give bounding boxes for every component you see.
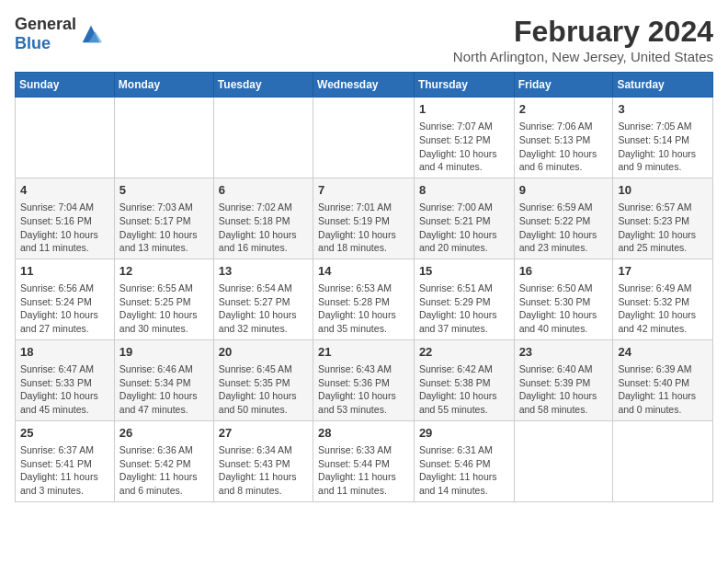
calendar-cell: 1Sunrise: 7:07 AM Sunset: 5:12 PM Daylig… xyxy=(414,98,514,178)
day-content: Sunrise: 6:31 AM Sunset: 5:46 PM Dayligh… xyxy=(419,443,509,498)
day-number: 3 xyxy=(618,101,708,118)
day-number: 21 xyxy=(318,344,409,361)
day-content: Sunrise: 7:01 AM Sunset: 5:19 PM Dayligh… xyxy=(318,201,409,255)
day-number: 24 xyxy=(618,344,708,361)
day-content: Sunrise: 6:56 AM Sunset: 5:24 PM Dayligh… xyxy=(20,282,109,336)
day-number: 29 xyxy=(419,425,509,442)
day-content: Sunrise: 7:02 AM Sunset: 5:18 PM Dayligh… xyxy=(219,201,308,255)
day-content: Sunrise: 7:03 AM Sunset: 5:17 PM Dayligh… xyxy=(119,201,209,255)
weekday-header-tuesday: Tuesday xyxy=(213,73,313,98)
day-number: 18 xyxy=(20,344,109,361)
calendar-cell: 3Sunrise: 7:05 AM Sunset: 5:14 PM Daylig… xyxy=(613,98,713,178)
week-row-4: 18Sunrise: 6:47 AM Sunset: 5:33 PM Dayli… xyxy=(16,339,713,420)
day-content: Sunrise: 7:05 AM Sunset: 5:14 PM Dayligh… xyxy=(618,120,708,174)
day-number: 5 xyxy=(119,182,209,199)
logo-icon xyxy=(78,21,104,47)
day-content: Sunrise: 6:43 AM Sunset: 5:36 PM Dayligh… xyxy=(318,362,409,417)
title-area: February 2024 North Arlington, New Jerse… xyxy=(453,15,713,64)
calendar-cell: 12Sunrise: 6:55 AM Sunset: 5:25 PM Dayli… xyxy=(114,259,213,339)
weekday-header-row: SundayMondayTuesdayWednesdayThursdayFrid… xyxy=(16,73,713,98)
day-content: Sunrise: 7:06 AM Sunset: 5:13 PM Dayligh… xyxy=(519,120,609,174)
week-row-3: 11Sunrise: 6:56 AM Sunset: 5:24 PM Dayli… xyxy=(16,259,713,339)
weekday-header-sunday: Sunday xyxy=(16,73,115,98)
day-number: 12 xyxy=(119,263,209,280)
weekday-header-monday: Monday xyxy=(114,73,213,98)
day-content: Sunrise: 7:00 AM Sunset: 5:21 PM Dayligh… xyxy=(419,201,509,255)
weekday-header-wednesday: Wednesday xyxy=(313,73,415,98)
calendar-subtitle: North Arlington, New Jersey, United Stat… xyxy=(453,49,713,64)
day-number: 28 xyxy=(318,425,409,442)
logo-general: General xyxy=(15,15,76,33)
day-number: 23 xyxy=(519,344,609,361)
day-content: Sunrise: 7:07 AM Sunset: 5:12 PM Dayligh… xyxy=(419,120,509,174)
day-content: Sunrise: 6:42 AM Sunset: 5:38 PM Dayligh… xyxy=(419,362,509,417)
week-row-1: 1Sunrise: 7:07 AM Sunset: 5:12 PM Daylig… xyxy=(16,98,713,178)
calendar-cell: 4Sunrise: 7:04 AM Sunset: 5:16 PM Daylig… xyxy=(16,178,115,259)
weekday-header-thursday: Thursday xyxy=(414,73,514,98)
day-number: 10 xyxy=(618,182,708,199)
day-content: Sunrise: 6:50 AM Sunset: 5:30 PM Dayligh… xyxy=(519,282,609,336)
day-content: Sunrise: 6:45 AM Sunset: 5:35 PM Dayligh… xyxy=(219,362,308,417)
day-content: Sunrise: 6:37 AM Sunset: 5:41 PM Dayligh… xyxy=(20,443,109,498)
calendar-cell xyxy=(613,420,713,501)
day-content: Sunrise: 6:36 AM Sunset: 5:42 PM Dayligh… xyxy=(119,443,209,498)
day-content: Sunrise: 6:51 AM Sunset: 5:29 PM Dayligh… xyxy=(419,282,509,336)
day-content: Sunrise: 6:47 AM Sunset: 5:33 PM Dayligh… xyxy=(20,362,109,417)
day-content: Sunrise: 6:54 AM Sunset: 5:27 PM Dayligh… xyxy=(219,282,308,336)
calendar-cell: 2Sunrise: 7:06 AM Sunset: 5:13 PM Daylig… xyxy=(514,98,613,178)
calendar-cell xyxy=(16,98,115,178)
day-number: 9 xyxy=(519,182,609,199)
day-content: Sunrise: 6:55 AM Sunset: 5:25 PM Dayligh… xyxy=(119,282,209,336)
week-row-2: 4Sunrise: 7:04 AM Sunset: 5:16 PM Daylig… xyxy=(16,178,713,259)
header: General Blue February 2024 North Arlingt… xyxy=(15,15,713,64)
calendar-cell: 23Sunrise: 6:40 AM Sunset: 5:39 PM Dayli… xyxy=(514,339,613,420)
calendar-cell: 17Sunrise: 6:49 AM Sunset: 5:32 PM Dayli… xyxy=(613,259,713,339)
calendar-cell: 8Sunrise: 7:00 AM Sunset: 5:21 PM Daylig… xyxy=(414,178,514,259)
day-number: 27 xyxy=(219,425,308,442)
day-number: 7 xyxy=(318,182,409,199)
logo-blue: Blue xyxy=(15,34,51,52)
calendar-cell: 26Sunrise: 6:36 AM Sunset: 5:42 PM Dayli… xyxy=(114,420,213,501)
day-number: 22 xyxy=(419,344,509,361)
calendar-cell: 28Sunrise: 6:33 AM Sunset: 5:44 PM Dayli… xyxy=(313,420,415,501)
day-content: Sunrise: 6:40 AM Sunset: 5:39 PM Dayligh… xyxy=(519,362,609,417)
day-number: 26 xyxy=(119,425,209,442)
logo: General Blue xyxy=(15,15,104,53)
day-number: 19 xyxy=(119,344,209,361)
calendar-cell: 6Sunrise: 7:02 AM Sunset: 5:18 PM Daylig… xyxy=(213,178,313,259)
day-number: 13 xyxy=(219,263,308,280)
calendar-cell: 15Sunrise: 6:51 AM Sunset: 5:29 PM Dayli… xyxy=(414,259,514,339)
day-number: 4 xyxy=(20,182,109,199)
day-content: Sunrise: 6:34 AM Sunset: 5:43 PM Dayligh… xyxy=(219,443,308,498)
day-number: 20 xyxy=(219,344,308,361)
weekday-header-friday: Friday xyxy=(514,73,613,98)
day-number: 25 xyxy=(20,425,109,442)
calendar-cell: 10Sunrise: 6:57 AM Sunset: 5:23 PM Dayli… xyxy=(613,178,713,259)
week-row-5: 25Sunrise: 6:37 AM Sunset: 5:41 PM Dayli… xyxy=(16,420,713,501)
day-content: Sunrise: 6:33 AM Sunset: 5:44 PM Dayligh… xyxy=(318,443,409,498)
day-number: 1 xyxy=(419,101,509,118)
calendar-cell: 25Sunrise: 6:37 AM Sunset: 5:41 PM Dayli… xyxy=(16,420,115,501)
calendar-cell: 11Sunrise: 6:56 AM Sunset: 5:24 PM Dayli… xyxy=(16,259,115,339)
day-number: 14 xyxy=(318,263,409,280)
day-content: Sunrise: 6:49 AM Sunset: 5:32 PM Dayligh… xyxy=(618,282,708,336)
calendar-cell: 7Sunrise: 7:01 AM Sunset: 5:19 PM Daylig… xyxy=(313,178,415,259)
day-content: Sunrise: 6:59 AM Sunset: 5:22 PM Dayligh… xyxy=(519,201,609,255)
calendar-cell xyxy=(514,420,613,501)
calendar-cell: 18Sunrise: 6:47 AM Sunset: 5:33 PM Dayli… xyxy=(16,339,115,420)
calendar-cell: 5Sunrise: 7:03 AM Sunset: 5:17 PM Daylig… xyxy=(114,178,213,259)
calendar-cell: 9Sunrise: 6:59 AM Sunset: 5:22 PM Daylig… xyxy=(514,178,613,259)
calendar-cell: 20Sunrise: 6:45 AM Sunset: 5:35 PM Dayli… xyxy=(213,339,313,420)
day-number: 2 xyxy=(519,101,609,118)
logo-text: General Blue xyxy=(15,15,76,53)
calendar-cell: 13Sunrise: 6:54 AM Sunset: 5:27 PM Dayli… xyxy=(213,259,313,339)
calendar-cell: 27Sunrise: 6:34 AM Sunset: 5:43 PM Dayli… xyxy=(213,420,313,501)
day-number: 11 xyxy=(20,263,109,280)
day-content: Sunrise: 6:57 AM Sunset: 5:23 PM Dayligh… xyxy=(618,201,708,255)
day-number: 15 xyxy=(419,263,509,280)
day-number: 16 xyxy=(519,263,609,280)
calendar-cell: 29Sunrise: 6:31 AM Sunset: 5:46 PM Dayli… xyxy=(414,420,514,501)
calendar-cell: 16Sunrise: 6:50 AM Sunset: 5:30 PM Dayli… xyxy=(514,259,613,339)
calendar-cell: 19Sunrise: 6:46 AM Sunset: 5:34 PM Dayli… xyxy=(114,339,213,420)
calendar-cell: 21Sunrise: 6:43 AM Sunset: 5:36 PM Dayli… xyxy=(313,339,415,420)
